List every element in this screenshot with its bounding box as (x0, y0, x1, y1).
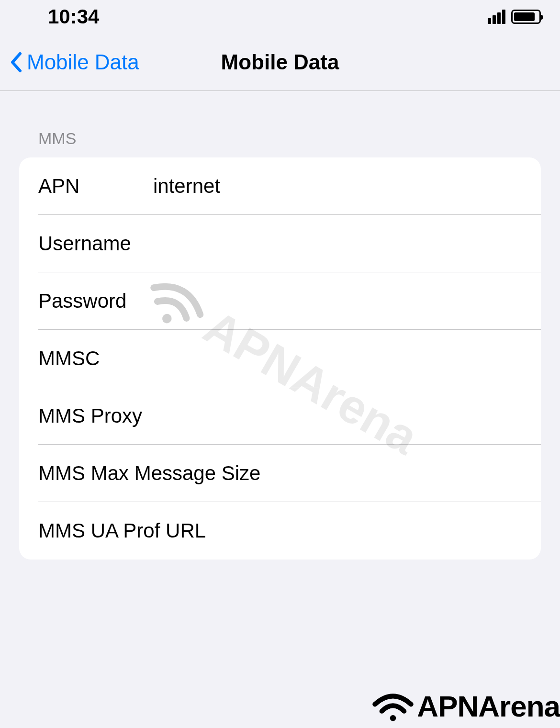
back-button-label: Mobile Data (27, 50, 139, 74)
mms-ua-prof-label: MMS UA Prof URL (38, 519, 541, 542)
content-area: MMS APN Username Password MMSC MMS Proxy… (0, 91, 560, 560)
mmsc-input[interactable] (153, 347, 541, 370)
battery-icon (511, 10, 541, 24)
mms-max-size-label: MMS Max Message Size (38, 462, 541, 485)
svg-point-1 (390, 715, 396, 721)
mmsc-row[interactable]: MMSC (19, 330, 541, 387)
page-title: Mobile Data (221, 50, 339, 74)
navigation-bar: Mobile Data Mobile Data (0, 34, 560, 91)
username-row[interactable]: Username (19, 215, 541, 272)
wifi-icon (371, 690, 414, 723)
password-row[interactable]: Password (19, 272, 541, 330)
password-label: Password (38, 290, 153, 313)
username-input[interactable] (153, 232, 541, 255)
status-time: 10:34 (48, 5, 99, 28)
settings-group: APN Username Password MMSC MMS Proxy MMS… (19, 157, 541, 560)
apn-label: APN (38, 175, 153, 198)
apn-row[interactable]: APN (19, 157, 541, 215)
mmsc-label: MMSC (38, 347, 153, 370)
footer-brand-text: APNArena (417, 689, 560, 723)
chevron-left-icon (10, 52, 22, 73)
status-bar: 10:34 (0, 0, 560, 34)
section-header-mms: MMS (19, 129, 541, 148)
mms-proxy-row[interactable]: MMS Proxy (19, 387, 541, 445)
back-button[interactable]: Mobile Data (0, 50, 139, 74)
status-indicators (488, 10, 541, 24)
password-input[interactable] (153, 290, 541, 313)
footer-brand-logo: APNArena (371, 689, 560, 723)
mms-ua-prof-row[interactable]: MMS UA Prof URL (19, 502, 541, 560)
cellular-signal-icon (488, 10, 505, 24)
mms-max-size-row[interactable]: MMS Max Message Size (19, 445, 541, 502)
mms-proxy-label: MMS Proxy (38, 404, 541, 427)
apn-input[interactable] (153, 175, 541, 198)
username-label: Username (38, 232, 153, 255)
